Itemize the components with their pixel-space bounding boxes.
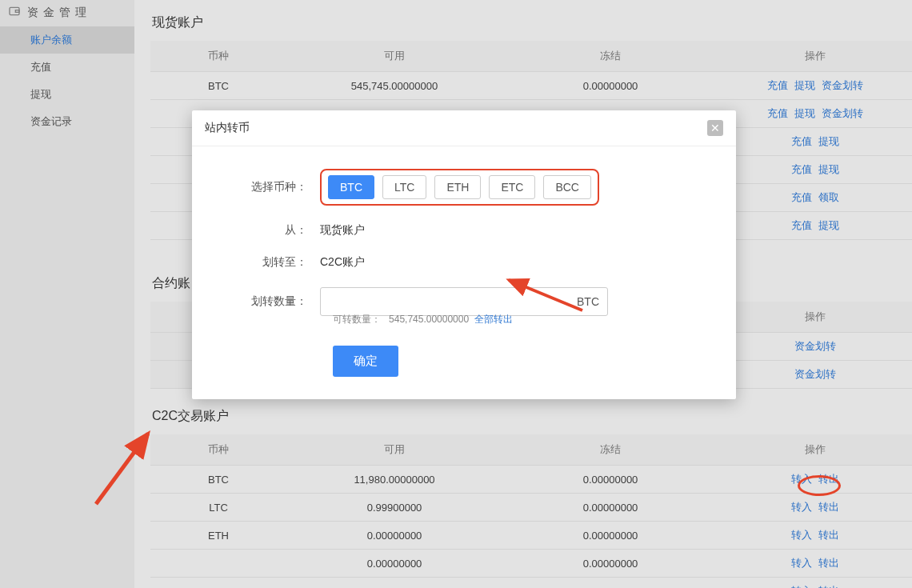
from-value: 现货账户 (320, 223, 712, 238)
avail-amount: 545,745.00000000 (389, 314, 469, 325)
close-icon[interactable]: ✕ (707, 120, 723, 136)
amount-input-wrap: BTC (320, 287, 608, 316)
coin-label: 选择币种： (216, 180, 320, 194)
modal-title: 站内转币 (205, 121, 250, 135)
coin-option-bcc[interactable]: BCC (543, 175, 591, 199)
to-label: 划转至： (216, 255, 320, 270)
amount-unit: BTC (577, 295, 599, 308)
amount-input[interactable] (329, 288, 577, 315)
avail-label: 可转数量： (333, 314, 381, 325)
coin-option-btc[interactable]: BTC (328, 175, 374, 199)
coin-select-group: BTCLTCETHETCBCC (320, 169, 599, 206)
to-value: C2C账户 (320, 255, 712, 270)
confirm-button[interactable]: 确定 (333, 346, 398, 377)
amount-label: 划转数量： (216, 294, 320, 309)
modal-header: 站内转币 ✕ (192, 110, 736, 146)
transfer-modal: 站内转币 ✕ 选择币种： BTCLTCETHETCBCC 从： 现货账户 划转至… (192, 110, 736, 399)
coin-option-eth[interactable]: ETH (434, 175, 481, 199)
transfer-all-link[interactable]: 全部转出 (474, 314, 513, 325)
coin-option-etc[interactable]: ETC (489, 175, 535, 199)
from-label: 从： (216, 223, 320, 238)
coin-option-ltc[interactable]: LTC (382, 175, 426, 199)
